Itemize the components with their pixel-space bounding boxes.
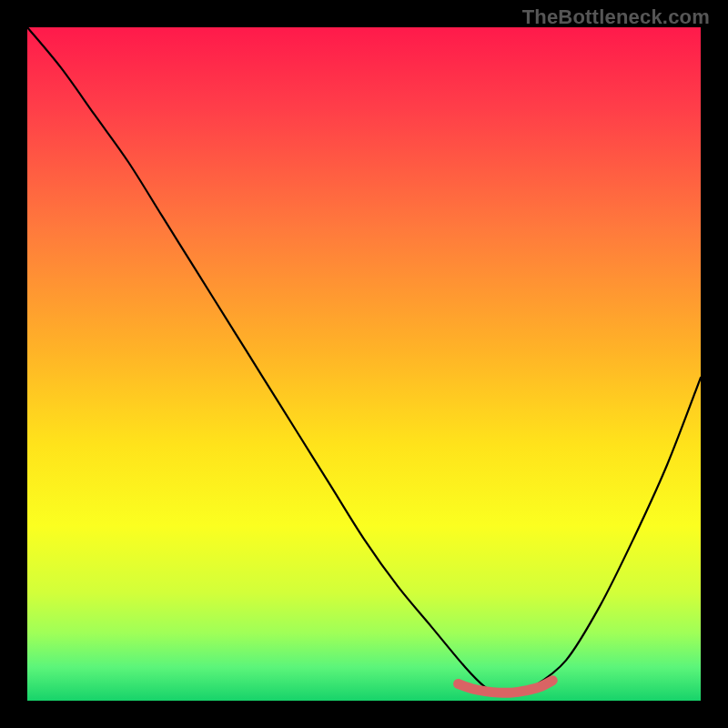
background-gradient [27,27,701,701]
watermark-text: TheBottleneck.com [522,5,710,29]
chart-frame: TheBottleneck.com [0,0,728,728]
plot-area [27,27,701,701]
svg-rect-0 [27,27,701,701]
